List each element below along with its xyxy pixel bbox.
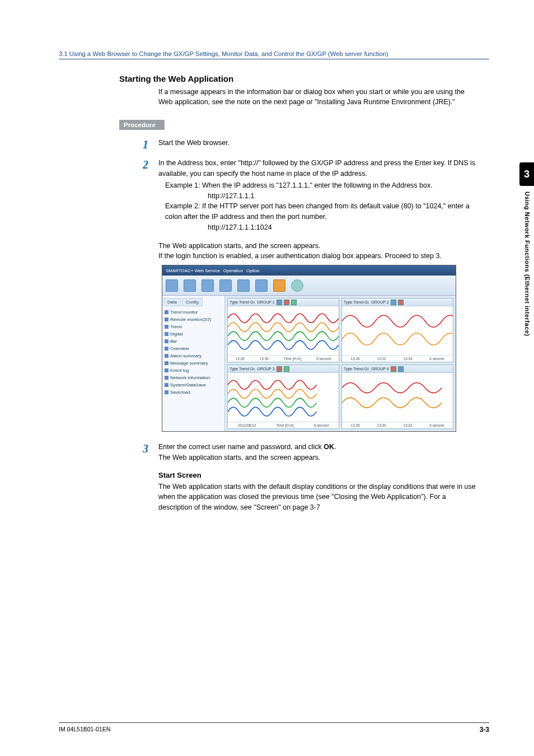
configure-icon [184, 279, 196, 292]
screenshot-sidebar: Data Config Trend monitor Remote monitor… [162, 296, 225, 431]
sidebar-item: Trend monitor [163, 309, 223, 316]
screenshot-panels: Type Trend Gr.GROUP 1 13:2813:30Time [H:… [225, 296, 456, 431]
trend-panel: Type Trend Gr.GROUP 1 13:2813:30Time [H:… [227, 298, 339, 362]
panel-title: Type Trend Gr. [344, 300, 369, 304]
xlabel: Time [H:m] [284, 357, 302, 361]
screenshot-menu: Option [246, 268, 260, 273]
start-screen-body: The Web application starts with the defa… [158, 482, 477, 513]
rate: 8 second [429, 423, 444, 427]
page-footer: IM 04L51B01-01EN 3-3 [59, 722, 489, 734]
intro-text: If a message appears in the information … [158, 87, 477, 107]
screenshot-title: SMARTDAC+ Web Service [166, 268, 220, 273]
alarm-icon [202, 279, 214, 292]
step-body: In the Address box, enter "http://" foll… [158, 158, 477, 232]
time-tick: 13:32 [403, 423, 412, 427]
step-number: 2 [143, 158, 158, 170]
step-body: Enter the correct user name and password… [158, 442, 477, 463]
sidebar-item: Message summary [163, 360, 223, 367]
step-2: 2 In the Address box, enter "http://" fo… [143, 158, 477, 232]
screenshot-titlebar: SMARTDAC+ Web Service Operation Option [162, 265, 456, 276]
panel-group: GROUP 1 [257, 300, 274, 304]
time-tick: 13:30 [260, 357, 269, 361]
xlabel: Time [H:m] [276, 423, 294, 427]
footer-page: 3-3 [480, 726, 489, 734]
sidebar-item: Event log [163, 367, 223, 374]
trend-panel: Type Trend Gr.GROUP 2 13:2813:3213:348 s… [341, 298, 453, 362]
sidebar-item: Remote monitor(2/2) [163, 316, 223, 323]
example2-line2: http://127.1.1.1:1024 [208, 222, 477, 233]
screenshot-menu: Operation [223, 268, 243, 273]
start-screen-title: Start Screen [158, 471, 477, 479]
chapter-tab: 3 [519, 162, 534, 186]
sidebar-item: Bar [163, 338, 223, 345]
example2-head: Example 2: [165, 202, 202, 210]
side-tab-config: Config [182, 298, 203, 306]
step-number: 1 [143, 138, 158, 150]
sidebar-item: Trend [163, 323, 223, 330]
overview-icon [166, 279, 178, 292]
screenshot: SMARTDAC+ Web Service Operation Option D… [162, 265, 456, 432]
date: 2011/08/12 [238, 423, 256, 427]
example1-head: Example 1: [165, 181, 202, 189]
breadcrumb: 3.1 Using a Web Browser to Change the GX… [59, 50, 489, 59]
panel-title: Type Trend Gr. [344, 367, 369, 371]
overview2-icon [237, 279, 250, 292]
example2-line1: If the HTTP server port has been changed… [165, 202, 470, 221]
sidebar-item: Alarm summary [163, 352, 223, 360]
panel-group: GROUP 2 [371, 300, 388, 304]
panel-group: GROUP 4 [371, 367, 388, 371]
panel-title: Type Trend Gr. [229, 367, 255, 371]
trend-panel: Type Trend Gr.GROUP 3 2011/08/12Time [H:… [227, 365, 339, 429]
step3-text-a: Enter the correct user name and password… [158, 443, 324, 451]
step-3: 3 Enter the correct user name and passwo… [143, 442, 477, 463]
page-title: Starting the Web Application [119, 74, 477, 83]
sidebar-item: Network information [163, 374, 223, 381]
time-tick: 13:32 [377, 357, 386, 361]
sidebar-item: Digital [163, 330, 223, 338]
panel-title: Type Trend Gr. [229, 300, 255, 304]
rate: 8 second [314, 423, 329, 427]
rate: 8 second [429, 357, 444, 361]
ok-label: OK [324, 443, 334, 451]
rate: 8 second [316, 357, 331, 361]
step2-lead: In the Address box, enter "http://" foll… [158, 159, 475, 178]
trend-panel: Type Trend Gr.GROUP 4 13:2813:3013:328 s… [341, 365, 453, 429]
sidebar-item: System/DataSave [163, 381, 223, 389]
procedure-label: Procedure [119, 120, 165, 130]
time-tick: 13:28 [235, 357, 244, 361]
example1-line1: When the IP address is "127.1.1.1," ente… [202, 181, 433, 189]
summary-icon [255, 279, 268, 292]
footer-left: IM 04L51B01-01EN [59, 726, 110, 734]
chapter-side-label: Using Network Functions (Ethernet interf… [524, 192, 531, 337]
example1-line2: http://127.1.1.1 [208, 191, 477, 202]
midinfo-b: If the login function is enabled, a user… [158, 251, 477, 262]
time-tick: 13:28 [350, 357, 359, 361]
refresh-icon [291, 279, 303, 292]
side-tab-data: Data [163, 298, 181, 306]
step3-text-b: . [334, 443, 336, 451]
screenshot-ribbon [162, 276, 456, 296]
trend-icon [219, 279, 232, 292]
time-tick: 13:30 [377, 423, 386, 427]
print-icon [273, 279, 285, 292]
panel-group: GROUP 3 [257, 367, 274, 371]
sidebar-item: Save/load [163, 389, 223, 396]
sidebar-item: Overview [163, 345, 223, 352]
step-number: 3 [143, 442, 158, 454]
time-tick: 13:28 [350, 423, 359, 427]
step-1: 1 Start the Web browser. [143, 138, 477, 150]
step3-text-c: The Web application starts, and the scre… [158, 452, 477, 463]
midinfo-a: The Web application starts, and the scre… [158, 241, 477, 251]
step-body: Start the Web browser. [158, 138, 477, 148]
time-tick: 13:34 [403, 357, 412, 361]
